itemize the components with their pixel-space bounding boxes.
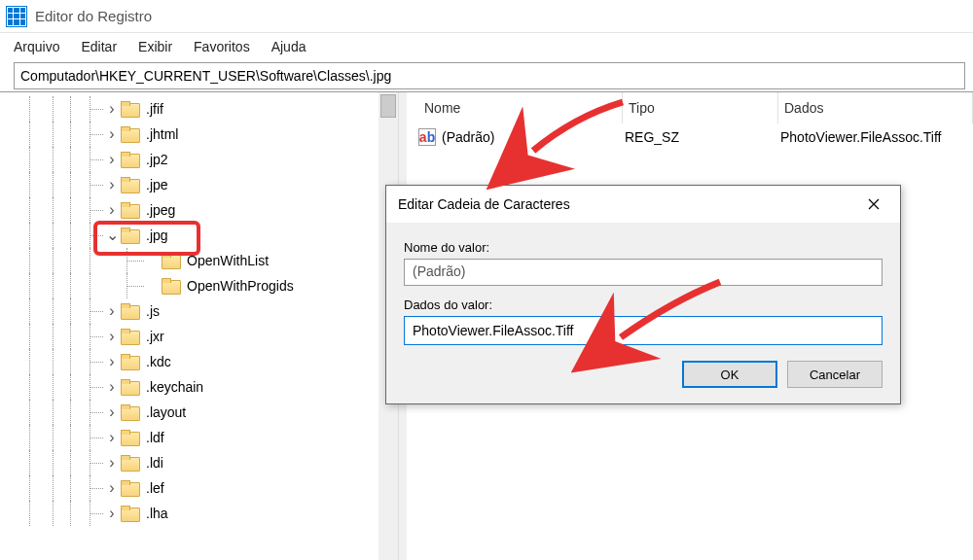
close-icon <box>868 198 880 210</box>
menu-view[interactable]: Exibir <box>138 39 172 54</box>
edit-string-dialog: Editar Cadeia de Caracteres Nome do valo… <box>385 185 901 404</box>
chevron-right-icon: › <box>109 508 114 518</box>
list-row[interactable]: ab (Padrão) REG_SZ PhotoViewer.FileAssoc… <box>399 123 973 151</box>
tree-item[interactable]: ›.jxr <box>0 324 398 349</box>
tree-item[interactable]: ›.jp2 <box>0 147 398 172</box>
chevron-right-icon: › <box>109 306 114 316</box>
value-data-input[interactable] <box>404 316 883 345</box>
tree-item[interactable]: ›.lha <box>0 501 398 526</box>
tree-item-label: .jfif <box>146 101 163 117</box>
chevron-down-icon: ⌄ <box>106 230 119 240</box>
tree-item[interactable]: OpenWithProgids <box>0 273 398 298</box>
tree-item[interactable]: ›.layout <box>0 400 398 425</box>
folder-icon <box>121 329 140 344</box>
address-bar[interactable]: Computador\HKEY_CURRENT_USER\Software\Cl… <box>14 62 965 89</box>
menu-file[interactable]: Arquivo <box>14 39 59 54</box>
expand-toggle[interactable]: › <box>105 481 119 495</box>
tree-item[interactable]: ›.keychain <box>0 374 398 400</box>
dialog-titlebar[interactable]: Editar Cadeia de Caracteres <box>386 186 900 223</box>
tree-item[interactable]: ›.ldf <box>0 425 398 450</box>
tree-item-label: .lha <box>146 506 168 521</box>
chevron-right-icon: › <box>109 332 114 341</box>
tree-item-label: .jxr <box>146 329 164 344</box>
chevron-right-icon: › <box>109 205 114 215</box>
tree-item[interactable]: ›.jfif <box>0 96 398 122</box>
expand-toggle[interactable]: › <box>105 405 119 419</box>
folder-icon <box>121 101 140 117</box>
tree-item[interactable]: ›.ldi <box>0 450 398 475</box>
menubar: Arquivo Editar Exibir Favoritos Ajuda <box>0 33 973 60</box>
folder-icon <box>121 303 140 319</box>
tree-item-label: OpenWithList <box>187 253 269 268</box>
tree-item-label: .jhtml <box>146 126 178 142</box>
menu-favorites[interactable]: Favoritos <box>194 39 250 54</box>
chevron-right-icon: › <box>109 129 114 139</box>
expand-toggle[interactable]: › <box>105 456 119 470</box>
col-header-type[interactable]: Tipo <box>623 92 778 123</box>
tree-item-label: .js <box>146 303 160 319</box>
expand-toggle[interactable]: › <box>105 330 119 343</box>
folder-icon <box>121 354 140 369</box>
chevron-right-icon: › <box>109 104 114 114</box>
folder-icon <box>121 430 140 445</box>
expand-toggle[interactable]: › <box>105 507 119 520</box>
expand-toggle[interactable] <box>146 279 160 293</box>
chevron-right-icon: › <box>109 180 114 190</box>
chevron-right-icon: › <box>109 483 114 493</box>
expand-toggle[interactable]: › <box>105 127 119 141</box>
tree-item[interactable]: ›.js <box>0 298 398 324</box>
folder-icon <box>121 455 140 471</box>
tree-item-label: .kdc <box>146 354 171 369</box>
cell-type: REG_SZ <box>625 129 780 145</box>
expand-toggle[interactable]: › <box>105 178 119 192</box>
folder-icon <box>121 177 140 192</box>
expand-toggle[interactable]: › <box>105 153 119 166</box>
cell-data: PhotoViewer.FileAssoc.Tiff <box>780 129 973 145</box>
chevron-right-icon: › <box>109 433 114 442</box>
value-name-field: (Padrão) <box>404 259 883 286</box>
folder-icon <box>121 480 140 496</box>
expand-toggle[interactable]: ⌄ <box>105 228 119 242</box>
regedit-icon <box>6 6 27 27</box>
chevron-right-icon: › <box>109 407 114 417</box>
dialog-body: Nome do valor: (Padrão) Dados do valor: … <box>386 223 900 403</box>
expand-toggle[interactable]: › <box>105 431 119 444</box>
address-path: Computador\HKEY_CURRENT_USER\Software\Cl… <box>20 68 391 84</box>
expand-toggle[interactable] <box>146 254 160 267</box>
tree-item[interactable]: ›.jpe <box>0 172 398 197</box>
chevron-right-icon: › <box>109 155 114 164</box>
scrollbar-thumb[interactable] <box>380 94 396 118</box>
tree-item-label: .lef <box>146 480 164 496</box>
expand-toggle[interactable]: › <box>105 355 119 368</box>
dialog-close-button[interactable] <box>859 192 888 216</box>
folder-icon <box>121 506 140 521</box>
tree-item-label: .layout <box>146 404 186 420</box>
titlebar: Editor do Registro <box>0 0 973 33</box>
tree-item[interactable]: ⌄.jpg <box>0 223 398 248</box>
expand-toggle[interactable]: › <box>105 102 119 116</box>
ok-button[interactable]: OK <box>682 361 777 388</box>
tree-item[interactable]: ›.lef <box>0 475 398 501</box>
col-header-data[interactable]: Dados <box>778 92 973 123</box>
cancel-button[interactable]: Cancelar <box>787 361 883 388</box>
string-value-icon: ab <box>418 128 436 146</box>
registry-tree[interactable]: ›.jfif›.jhtml›.jp2›.jpe›.jpeg⌄.jpgOpenWi… <box>0 92 398 526</box>
tree-item[interactable]: ›.jhtml <box>0 122 398 147</box>
folder-icon <box>162 253 181 268</box>
dialog-title: Editar Cadeia de Caracteres <box>398 196 570 212</box>
expand-toggle[interactable]: › <box>105 304 119 318</box>
tree-panel: ›.jfif›.jhtml›.jp2›.jpe›.jpeg⌄.jpgOpenWi… <box>0 92 399 560</box>
tree-item[interactable]: ›.jpeg <box>0 197 398 223</box>
chevron-right-icon: › <box>109 357 114 367</box>
tree-item-label: .jpg <box>146 228 168 243</box>
window-title: Editor do Registro <box>35 8 152 24</box>
tree-item[interactable]: ›.kdc <box>0 349 398 374</box>
menu-edit[interactable]: Editar <box>81 39 117 54</box>
expand-toggle[interactable]: › <box>105 203 119 217</box>
tree-item-label: .keychain <box>146 379 203 395</box>
expand-toggle[interactable]: › <box>105 380 119 394</box>
menu-help[interactable]: Ajuda <box>271 39 306 54</box>
tree-item[interactable]: OpenWithList <box>0 248 398 273</box>
col-header-name[interactable]: Nome <box>418 92 623 123</box>
value-data-label: Dados do valor: <box>404 298 883 312</box>
